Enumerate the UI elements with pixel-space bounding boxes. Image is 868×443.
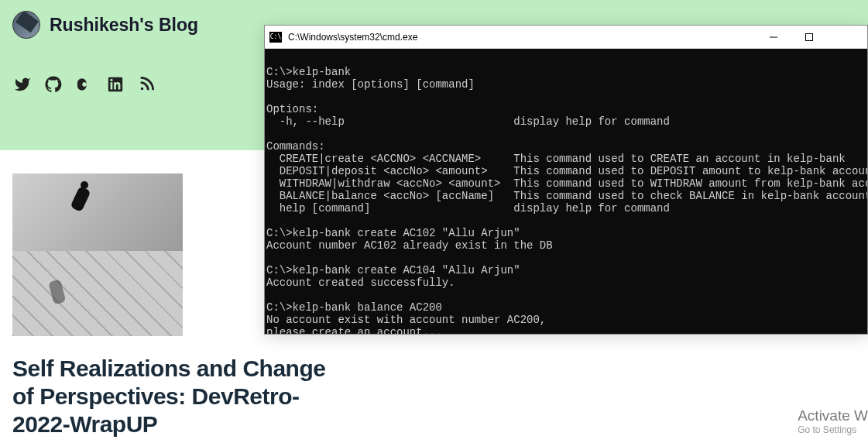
twitter-icon[interactable] — [14, 76, 31, 96]
windows-activation-watermark: Activate W Go to Settings — [798, 407, 868, 435]
minimize-button[interactable] — [756, 26, 791, 48]
svg-rect-1 — [806, 33, 813, 40]
cmd-terminal-output[interactable]: C:\>kelp-bank Usage: index [options] [co… — [265, 49, 867, 334]
window-controls — [756, 26, 863, 48]
blog-title[interactable]: Rushikesh's Blog — [50, 15, 198, 36]
rss-icon[interactable] — [138, 76, 155, 96]
cmd-window-title: C:\Windows\system32\cmd.exe — [288, 32, 417, 43]
hashnode-icon[interactable] — [76, 76, 93, 96]
github-icon[interactable] — [45, 76, 62, 96]
maximize-button[interactable] — [791, 26, 827, 48]
cmd-titlebar[interactable]: C:\ C:\Windows\system32\cmd.exe — [265, 26, 867, 49]
post-thumbnail — [12, 173, 183, 336]
avatar[interactable] — [12, 11, 40, 39]
cmd-window[interactable]: C:\ C:\Windows\system32\cmd.exe C:\>kelp… — [264, 25, 868, 335]
post-title[interactable]: Self Realizations and Change of Perspect… — [12, 355, 345, 438]
linkedin-icon[interactable] — [107, 76, 124, 96]
cmd-app-icon: C:\ — [269, 32, 282, 43]
